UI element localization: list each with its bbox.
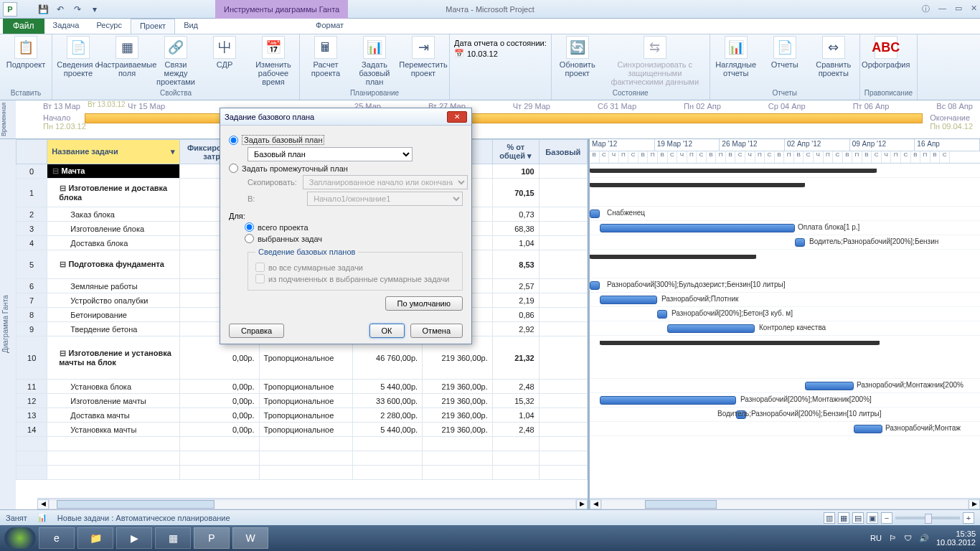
table-row[interactable]: 14Установкка мачты0,00р.Тропорциональное… — [17, 423, 588, 437]
start-button[interactable] — [4, 527, 36, 549]
gantt-bar[interactable] — [795, 238, 805, 247]
custom-fields-button[interactable]: ▦Настраиваемые поля — [105, 36, 149, 77]
gantt-row[interactable] — [590, 178, 980, 207]
compare-button[interactable]: ⇔Сравнить проекты — [812, 36, 855, 77]
gantt-row[interactable]: Оплата блока[1 р.] — [590, 221, 980, 235]
tab-task[interactable]: Задача — [44, 19, 88, 34]
calculate-button[interactable]: 🖩Расчет проекта — [304, 36, 347, 77]
view-icon-3[interactable]: ▤ — [852, 512, 864, 524]
gantt-scroll-left-icon[interactable]: ◀ — [590, 499, 601, 509]
spelling-button[interactable]: ABCОрфография — [864, 36, 908, 69]
maximize-icon[interactable]: ▭ — [955, 4, 962, 14]
col-percent[interactable]: % от общей ▾ — [492, 140, 539, 164]
minimize-icon[interactable]: — — [938, 4, 946, 14]
table-row[interactable]: 12Изготовление мачты0,00р.Тропорциональн… — [17, 394, 588, 408]
calendar-icon[interactable]: 📅 — [454, 49, 464, 58]
gantt-row[interactable]: Разнорабочий;Монтаж — [590, 422, 980, 436]
taskbar-app-icon[interactable]: ▦ — [155, 527, 191, 549]
newtasks-icon[interactable]: 📊 — [37, 513, 47, 522]
scroll-right-icon[interactable]: ▶ — [576, 499, 588, 509]
qat-customize-icon[interactable]: ▾ — [88, 2, 102, 17]
gantt-bar[interactable] — [657, 310, 667, 319]
dialog-close-icon[interactable]: ✕ — [447, 111, 467, 123]
gantt-chart[interactable]: Мар '1219 Мар '1226 Мар '1202 Апр '1209 … — [590, 139, 980, 509]
gantt-bar[interactable] — [590, 183, 805, 187]
ok-button[interactable]: ОК — [369, 324, 405, 338]
tray-shield-icon[interactable]: 🛡 — [904, 534, 912, 542]
col-base[interactable]: Базовый — [539, 140, 587, 164]
tab-view[interactable]: Вид — [175, 19, 207, 34]
update-project-button[interactable]: 🔄Обновить проект — [556, 36, 599, 77]
gantt-bar[interactable] — [854, 425, 882, 433]
help-button[interactable]: Справка — [229, 324, 284, 338]
gantt-bar[interactable] — [600, 396, 736, 405]
save-icon[interactable]: 💾 — [36, 2, 50, 17]
gantt-bar[interactable] — [590, 169, 877, 173]
taskbar-media-icon[interactable]: ▶ — [116, 527, 152, 549]
gantt-bar[interactable] — [600, 341, 880, 345]
col-name[interactable]: Название задачи ▾ — [47, 140, 179, 164]
tab-file[interactable]: Файл — [3, 19, 44, 34]
set-baseline-button[interactable]: 📊Задать базовый план — [353, 36, 396, 86]
gantt-bar[interactable] — [600, 296, 657, 304]
redo-icon[interactable]: ↷ — [70, 2, 85, 17]
gantt-row[interactable] — [590, 250, 980, 278]
sheet-hscroll[interactable]: ◀ ▶ — [37, 498, 588, 509]
radio-set-interim[interactable]: Задать промежуточный план — [229, 164, 463, 173]
tray-clock[interactable]: 15:3510.03.2012 — [936, 529, 976, 547]
taskbar-ie-icon[interactable]: e — [39, 527, 75, 549]
close-icon[interactable]: ✕ — [971, 4, 977, 14]
gantt-bar[interactable] — [590, 281, 600, 290]
taskbar-word-icon[interactable]: W — [232, 527, 268, 549]
col-id[interactable] — [17, 140, 47, 164]
scroll-left-icon[interactable]: ◀ — [37, 499, 49, 509]
view-icon-1[interactable]: ▥ — [824, 512, 835, 524]
wbs-button[interactable]: ⼬СДР — [203, 36, 246, 69]
gantt-row[interactable] — [590, 336, 980, 379]
visual-reports-button[interactable]: 📊Наглядные отчеты — [715, 36, 758, 77]
gantt-row[interactable]: Водитель;Разнорабочий[200%];Бензин — [590, 235, 980, 250]
gantt-bar[interactable] — [805, 382, 854, 390]
gantt-row[interactable]: Разнорабочий[300%];Бульдозерист;Бензин[1… — [590, 278, 980, 293]
taskbar-project-icon[interactable]: P — [194, 527, 230, 549]
move-project-button[interactable]: ⇥Переместить проект — [402, 36, 445, 77]
help-icon[interactable]: ⓘ — [922, 4, 930, 14]
defaults-button[interactable]: По умолчанию — [385, 296, 463, 311]
undo-icon[interactable]: ↶ — [53, 2, 67, 17]
tab-resource[interactable]: Ресурс — [88, 19, 130, 34]
radio-selected-tasks[interactable]: выбранных задач — [245, 234, 463, 243]
worktime-button[interactable]: 📅Изменить рабочее время — [252, 36, 295, 86]
cancel-button[interactable]: Отмена — [410, 324, 463, 338]
gantt-bar[interactable] — [600, 224, 795, 232]
tab-project[interactable]: Проект — [131, 19, 175, 34]
zoom-out-icon[interactable]: − — [881, 512, 892, 524]
gantt-bar[interactable] — [667, 324, 755, 333]
reports-button[interactable]: 📄Отчеты — [763, 36, 806, 69]
tray-lang[interactable]: RU — [870, 534, 882, 542]
tray-volume-icon[interactable]: 🔊 — [919, 534, 929, 543]
baseline-select[interactable]: Базовый план — [248, 147, 413, 161]
tray-flag-icon[interactable]: 🏳 — [889, 534, 897, 542]
view-label[interactable]: Диаграмма Ганта — [0, 139, 16, 509]
gantt-row[interactable]: Разнорабочий;Монтажник[200% — [590, 379, 980, 393]
view-icon-2[interactable]: ▦ — [838, 512, 849, 524]
gantt-row[interactable]: Водитель;Разнорабочий[200%];Бензин[10 ли… — [590, 408, 980, 422]
gantt-row[interactable]: Разнорабочий[200%];Монтажник[200%] — [590, 393, 980, 408]
table-row[interactable]: 13Доставка мачты0,00р.Тропорциональное2 … — [17, 408, 588, 423]
gantt-row[interactable]: Снабженец — [590, 207, 980, 221]
links-button[interactable]: 🔗Связи между проектами — [154, 36, 197, 86]
dialog-titlebar[interactable]: Задание базового плана ✕ — [220, 108, 471, 126]
zoom-in-icon[interactable]: + — [963, 512, 974, 524]
gantt-row[interactable] — [590, 164, 980, 178]
zoom-slider[interactable] — [895, 517, 960, 519]
gantt-scroll-right-icon[interactable]: ▶ — [969, 499, 980, 509]
gantt-hscroll[interactable]: ◀ ▶ — [590, 498, 980, 509]
gantt-row[interactable]: Разнорабочий;Плотник — [590, 293, 980, 307]
gantt-bar[interactable] — [590, 209, 600, 218]
project-info-button[interactable]: 📄Сведения о проекте — [57, 36, 100, 77]
timeline-bar[interactable] — [85, 113, 923, 123]
tab-format[interactable]: Формат — [307, 19, 352, 34]
view-icon-4[interactable]: ▣ — [867, 512, 878, 524]
table-row[interactable]: 11Установка блока0,00р.Тропорциональное5… — [17, 380, 588, 394]
gantt-row[interactable]: Контролер качества — [590, 321, 980, 336]
